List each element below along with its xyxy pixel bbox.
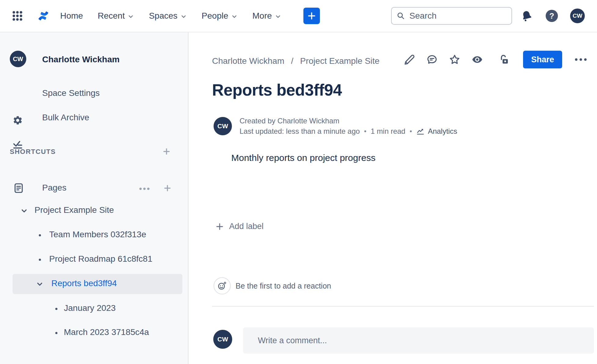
author-avatar[interactable]: CW <box>214 117 232 135</box>
plus-icon <box>215 222 224 231</box>
notifications-bell-icon[interactable] <box>519 9 534 23</box>
bullet-icon <box>55 308 57 310</box>
analytics-label: Analytics <box>428 127 457 136</box>
add-shortcut-plus-icon[interactable] <box>162 147 171 156</box>
page-title: Reports bed3ff94 <box>212 81 342 99</box>
chevron-down-icon <box>231 13 238 20</box>
comment-placeholder: Write a comment... <box>258 336 327 345</box>
analytics-link[interactable]: Analytics <box>416 127 457 136</box>
bullet-icon <box>39 259 41 261</box>
profile-avatar[interactable]: CW <box>570 9 585 23</box>
tree-item-label: Project Roadmap 61c8fc81 <box>49 254 152 264</box>
search-input[interactable] <box>409 11 501 21</box>
comment-input[interactable]: Write a comment... <box>243 327 594 354</box>
nav-right-group: ? CW <box>517 9 597 23</box>
search-icon <box>397 12 405 20</box>
tree-item-reports-selected[interactable]: Reports bed3ff94 <box>0 274 189 294</box>
chevron-down-icon[interactable] <box>36 280 44 288</box>
edit-pencil-icon[interactable] <box>404 54 415 65</box>
sidebar-item-bulk-archive[interactable]: Bulk Archive <box>42 113 89 122</box>
shortcuts-heading: SHORTCUTS <box>10 148 56 156</box>
tree-item-label: Team Members 032f313e <box>49 230 146 239</box>
star-icon[interactable] <box>449 54 460 65</box>
plus-icon <box>307 11 316 20</box>
avatar-initials: CW <box>573 13 582 19</box>
nav-item-home[interactable]: Home <box>60 11 83 21</box>
avatar-initials: CW <box>13 56 23 63</box>
page-body-text: Monthly reports on project progress <box>231 153 375 163</box>
nav-item-more[interactable]: More <box>252 11 281 21</box>
dot-separator: • <box>364 127 367 135</box>
chevron-down-icon <box>275 13 281 20</box>
add-page-plus-icon[interactable] <box>163 184 172 193</box>
unlock-icon[interactable] <box>499 54 510 65</box>
nav-item-recent-label: Recent <box>98 11 125 21</box>
space-name[interactable]: Charlotte Wickham <box>42 55 119 64</box>
dot-separator: • <box>410 127 412 135</box>
byline: Created by Charlotte Wickham Last update… <box>240 117 457 136</box>
share-button[interactable]: Share <box>523 51 562 68</box>
question-mark-icon: ? <box>549 11 554 21</box>
comment-bubble-icon[interactable] <box>427 54 438 65</box>
chevron-down-icon <box>180 13 187 20</box>
create-button[interactable] <box>303 8 320 24</box>
pages-more-icon[interactable]: ••• <box>139 184 151 194</box>
chevron-down-icon <box>127 13 134 20</box>
breadcrumb: Charlotte Wickham / Project Example Site <box>212 56 379 66</box>
breadcrumb-separator: / <box>291 56 294 66</box>
tree-item-label: Project Example Site <box>35 205 114 215</box>
chevron-down-icon[interactable] <box>20 207 28 215</box>
tree-item-label: Reports bed3ff94 <box>51 278 117 288</box>
created-by-text[interactable]: Created by Charlotte Wickham <box>240 117 457 125</box>
pages-icon <box>14 183 24 194</box>
section-divider <box>212 306 594 307</box>
search-box[interactable] <box>391 7 512 25</box>
help-button[interactable]: ? <box>546 10 558 22</box>
analytics-chart-icon <box>416 127 425 136</box>
watch-eye-icon[interactable] <box>472 54 483 65</box>
page-content: Charlotte Wickham / Project Example Site… <box>189 32 597 364</box>
read-time-text: 1 min read <box>371 127 405 136</box>
add-label-button[interactable]: Add label <box>215 222 264 231</box>
page-actions: Share <box>404 51 588 68</box>
avatar-initials: CW <box>218 122 228 130</box>
top-navigation-bar: Home Recent Spaces People More <box>0 0 597 32</box>
commenter-avatar: CW <box>213 330 232 349</box>
sidebar-item-space-settings[interactable]: Space Settings <box>42 88 100 98</box>
tree-item-team-members[interactable]: Team Members 032f313e <box>0 225 189 245</box>
tree-item-label: January 2023 <box>64 303 116 313</box>
breadcrumb-parent-page[interactable]: Project Example Site <box>300 56 379 66</box>
add-reaction-button[interactable] <box>214 277 231 294</box>
more-actions-icon[interactable] <box>574 54 588 65</box>
reaction-prompt-text: Be the first to add a reaction <box>236 282 331 290</box>
bullet-icon <box>55 332 57 334</box>
app-switcher-icon[interactable] <box>11 10 24 22</box>
gear-icon <box>13 115 23 126</box>
primary-nav: Home Recent Spaces People More <box>60 11 281 21</box>
tree-item-project-roadmap[interactable]: Project Roadmap 61c8fc81 <box>0 249 189 270</box>
confluence-logo-icon[interactable] <box>36 9 50 23</box>
bullet-icon <box>39 234 41 236</box>
nav-item-spaces-label: Spaces <box>149 11 177 21</box>
tree-item-label: March 2023 37185c4a <box>64 327 149 337</box>
pages-section-label[interactable]: Pages <box>42 183 66 193</box>
avatar-initials: CW <box>218 336 228 343</box>
space-sidebar: CW Charlotte Wickham Space Settings Bulk… <box>0 32 189 364</box>
smiley-add-reaction-icon <box>217 281 227 291</box>
nav-item-people-label: People <box>202 11 228 21</box>
nav-item-more-label: More <box>252 11 272 21</box>
nav-item-people[interactable]: People <box>202 11 238 21</box>
nav-item-spaces[interactable]: Spaces <box>149 11 187 21</box>
last-updated-text[interactable]: Last updated: less than a minute ago <box>240 127 360 136</box>
tree-item-project-example-site[interactable]: Project Example Site <box>0 201 189 221</box>
nav-item-home-label: Home <box>60 11 83 21</box>
space-avatar[interactable]: CW <box>10 51 26 67</box>
add-label-text: Add label <box>229 222 264 231</box>
tree-item-january-2023[interactable]: January 2023 <box>0 299 189 319</box>
tree-item-march-2023[interactable]: March 2023 37185c4a <box>0 323 189 343</box>
breadcrumb-space[interactable]: Charlotte Wickham <box>212 56 284 66</box>
nav-item-recent[interactable]: Recent <box>98 11 134 21</box>
